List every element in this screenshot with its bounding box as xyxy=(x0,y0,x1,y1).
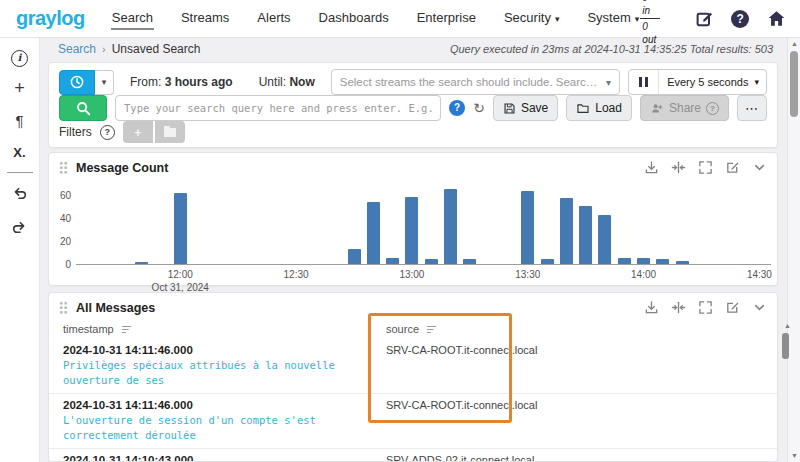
column-header-label: timestamp xyxy=(63,323,114,335)
edit-widget-icon[interactable] xyxy=(725,160,740,175)
search-query-input[interactable] xyxy=(115,95,441,121)
chart-bar[interactable] xyxy=(405,197,418,264)
scroll-down-icon[interactable]: ▼ xyxy=(788,450,800,462)
timerange-button[interactable] xyxy=(59,70,95,95)
more-actions-button[interactable]: ⋯ xyxy=(737,95,767,121)
chevron-down-icon[interactable] xyxy=(752,300,767,315)
message-row[interactable]: 2024-10-31 14:10:43.000Un ticket de serv… xyxy=(49,449,777,462)
save-button[interactable]: Save xyxy=(493,95,558,121)
scrollbar-thumb[interactable] xyxy=(790,51,798,117)
search-submit-button[interactable] xyxy=(59,95,107,121)
chart-bar[interactable] xyxy=(367,202,380,264)
add-filter-button[interactable]: + xyxy=(123,121,153,143)
nav-item-search[interactable]: Search xyxy=(111,7,154,30)
help-icon[interactable]: ? xyxy=(730,9,750,29)
breadcrumb-search-link[interactable]: Search xyxy=(58,42,96,56)
folder-icon xyxy=(576,102,590,115)
chart-bar[interactable] xyxy=(676,261,689,264)
fullscreen-icon[interactable] xyxy=(698,300,713,315)
nav-item-streams[interactable]: Streams xyxy=(180,7,230,30)
query-help-icon[interactable]: ? xyxy=(449,100,465,116)
from-value: 3 hours ago xyxy=(165,75,233,89)
download-icon[interactable] xyxy=(644,300,659,315)
message-cell: 2024-10-31 14:11:46.000Privilèges spécia… xyxy=(63,343,386,388)
folder-icon xyxy=(164,128,176,137)
chart-bar[interactable] xyxy=(135,262,148,264)
focus-widget-icon[interactable] xyxy=(671,160,686,175)
fullscreen-icon[interactable] xyxy=(698,160,713,175)
edit-widget-icon[interactable] xyxy=(725,300,740,315)
chart-bar[interactable] xyxy=(444,189,457,264)
load-filter-button[interactable] xyxy=(155,121,185,143)
formatting-pilcrow-icon[interactable]: ¶ xyxy=(8,108,32,132)
scroll-up-icon[interactable]: ▲ xyxy=(788,38,800,50)
drag-handle-icon[interactable] xyxy=(59,161,68,174)
chart-bar[interactable] xyxy=(463,259,476,264)
graylog-logo[interactable]: graylog xyxy=(16,7,85,30)
nav-item-security[interactable]: Security▾ xyxy=(503,7,561,30)
scrollbar-thumb[interactable] xyxy=(782,333,789,359)
chart-bar[interactable] xyxy=(598,215,611,264)
x-tick-label: 14:30 xyxy=(747,269,772,280)
nav-item-label: System xyxy=(587,10,630,25)
column-header-timestamp[interactable]: timestamp xyxy=(63,323,386,335)
home-icon[interactable] xyxy=(766,9,786,29)
download-icon[interactable] xyxy=(644,160,659,175)
nav-item-dashboards[interactable]: Dashboards xyxy=(318,7,390,30)
chart-bar[interactable] xyxy=(618,258,631,264)
chart-bar[interactable] xyxy=(637,258,650,264)
chart-bar[interactable] xyxy=(521,191,534,264)
y-tick-label: 20 xyxy=(60,236,71,247)
load-button[interactable]: Load xyxy=(566,95,632,121)
chevron-down-icon: ▾ xyxy=(555,14,560,24)
refresh-caret-icon[interactable]: ▾ xyxy=(754,77,766,87)
query-history-icon[interactable]: ↻ xyxy=(473,100,485,116)
toolbar-divider xyxy=(7,172,33,173)
chart-bar[interactable] xyxy=(174,193,187,264)
nav-item-system[interactable]: System▾ xyxy=(586,7,640,30)
message-row[interactable]: 2024-10-31 14:11:46.000Privilèges spécia… xyxy=(49,339,777,394)
focus-widget-icon[interactable] xyxy=(671,300,686,315)
drag-handle-icon[interactable] xyxy=(59,301,68,314)
view-description-icon[interactable]: i xyxy=(8,46,32,70)
chart-bar[interactable] xyxy=(386,258,399,264)
redo-icon[interactable] xyxy=(8,215,32,239)
chart-bar[interactable] xyxy=(579,206,592,264)
left-toolbar: i + ¶ X. xyxy=(0,38,40,462)
column-header-source[interactable]: source xyxy=(386,323,777,335)
refresh-interval-label[interactable]: Every 5 seconds xyxy=(659,76,754,88)
sort-icon[interactable] xyxy=(426,324,438,335)
chart-bar[interactable] xyxy=(656,259,669,264)
message-source: SRV-CA-ROOT.it-connect.local xyxy=(386,398,777,443)
chevron-down-icon[interactable] xyxy=(752,160,767,175)
sort-icon[interactable] xyxy=(121,324,133,335)
undo-icon[interactable] xyxy=(8,181,32,205)
stream-select[interactable]: Select streams the search should include… xyxy=(331,69,620,95)
fields-icon[interactable]: X. xyxy=(8,140,32,164)
widget-actions xyxy=(644,300,767,315)
y-tick-label: 0 xyxy=(65,259,71,270)
filter-buttons: + xyxy=(123,121,185,143)
chart-bar[interactable] xyxy=(541,259,554,264)
message-source: SRV-ADDS-02.it-connect.local xyxy=(386,453,777,462)
edit-compose-icon[interactable] xyxy=(694,9,714,29)
message-row[interactable]: 2024-10-31 14:11:46.000L'ouverture de se… xyxy=(49,394,777,449)
throughput-indicator[interactable]: 0 in 0 out xyxy=(640,0,660,46)
chart-bar[interactable] xyxy=(425,259,438,264)
nav-item-alerts[interactable]: Alerts xyxy=(256,7,291,30)
timerange-caret-button[interactable]: ▾ xyxy=(95,70,114,95)
query-row: ? ↻ Save Load Share ? ⋯ xyxy=(59,95,767,121)
throughput-out: 0 out xyxy=(640,19,660,46)
pause-button[interactable] xyxy=(629,70,659,94)
filters-label: Filters xyxy=(59,125,92,139)
chart-bar[interactable] xyxy=(560,198,573,264)
scroll-up-icon[interactable]: ▲ xyxy=(781,320,794,332)
refresh-control: Every 5 seconds ▾ xyxy=(628,69,767,95)
message-cell: 2024-10-31 14:11:46.000L'ouverture de se… xyxy=(63,398,386,443)
filters-help-icon[interactable]: ? xyxy=(100,125,115,140)
chart-bar[interactable] xyxy=(348,249,361,264)
timerange-summary: From: 3 hours ago Until: Now xyxy=(122,75,323,89)
messages-scrollbar[interactable]: ▲ xyxy=(781,320,790,450)
create-add-icon[interactable]: + xyxy=(8,76,32,100)
nav-item-enterprise[interactable]: Enterprise xyxy=(416,7,477,30)
